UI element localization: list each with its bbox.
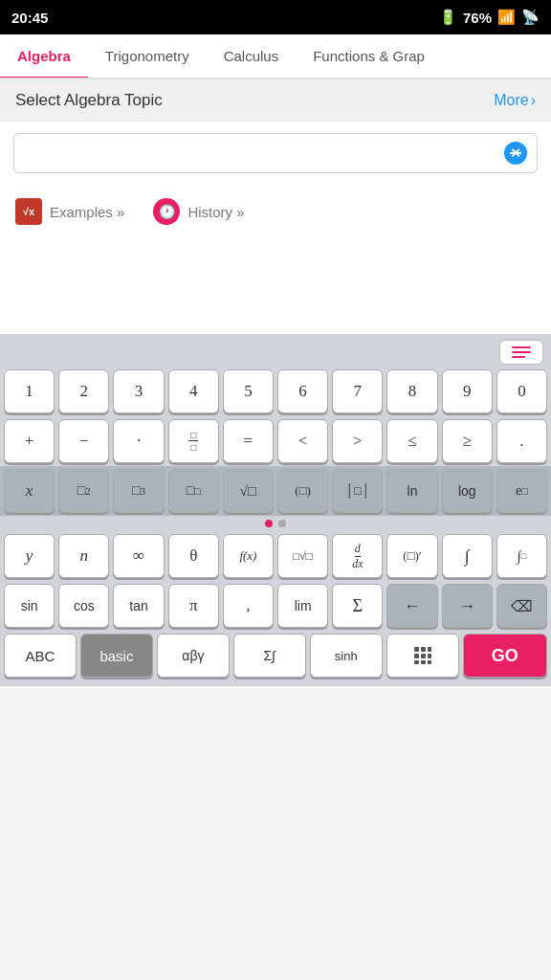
key-sin[interactable]: sin [4,584,55,628]
menu-line-2 [512,351,531,353]
mode-row: ABC basic αβγ Σ∫ sinh GO [0,631,551,680]
svg-rect-0 [414,647,419,652]
key-x[interactable]: x [4,469,55,513]
key-right[interactable]: → [442,584,493,628]
operator-row: + − · □ □ = < > ≤ ≥ . [0,416,551,466]
tab-algebra[interactable]: Algebra [0,34,88,78]
clear-button[interactable]: ✕ [504,142,527,165]
more-link[interactable]: More › [494,92,536,109]
key-sq[interactable]: □2 [58,469,109,513]
key-dot[interactable]: · [113,419,164,463]
svg-rect-3 [414,654,419,658]
var-row: y n ∞ θ f(x) □√□ d dx (□)′ ∫ ∫□ [0,531,551,581]
key-6[interactable]: 6 [277,369,328,413]
key-log[interactable]: log [442,469,493,513]
key-integral[interactable]: ∫ [442,534,493,578]
key-abs[interactable]: │□│ [332,469,383,513]
search-input[interactable] [24,144,504,163]
key-ln[interactable]: ln [386,469,437,513]
battery-icon: 🔋 [439,9,457,26]
key-2[interactable]: 2 [58,369,109,413]
key-lim[interactable]: lim [277,584,328,628]
section-header: Select Algebra Topic More › [0,79,551,122]
key-7[interactable]: 7 [332,369,383,413]
time: 20:45 [11,10,48,26]
menu-btn-row [0,334,551,367]
signal-icon: 📶 [497,9,516,26]
key-theta[interactable]: θ [168,534,219,578]
key-9[interactable]: 9 [442,369,493,413]
key-nthroot[interactable]: □√□ [277,534,328,578]
chevron-right-icon: › [531,92,536,109]
key-minus[interactable]: − [58,419,109,463]
key-leq[interactable]: ≤ [386,419,437,463]
key-sigma[interactable]: Σ [332,584,383,628]
key-parens-grid[interactable] [386,634,459,678]
battery-percent: 76% [463,10,492,26]
search-box: ✕ [13,133,538,173]
keyboard-area: 1 2 3 4 5 6 7 8 9 0 + − · □ □ = < > ≤ ≥ … [0,334,551,686]
key-power[interactable]: □□ [168,469,219,513]
key-4[interactable]: 4 [168,369,219,413]
page-dots [0,516,551,531]
key-left[interactable]: ← [386,584,437,628]
key-sqrt[interactable]: √□ [223,469,274,513]
key-1[interactable]: 1 [4,369,55,413]
key-sigma-integral[interactable]: Σ∫ [233,634,306,678]
key-func[interactable]: f(x) [223,534,274,578]
key-go[interactable]: GO [463,634,547,678]
key-3[interactable]: 3 [113,369,164,413]
history-link[interactable]: 🕐 History » [153,198,244,225]
key-abc[interactable]: ABC [4,634,77,678]
key-0[interactable]: 0 [496,369,547,413]
svg-rect-7 [421,660,426,664]
menu-line-1 [512,346,531,348]
section-title: Select Algebra Topic [15,91,163,110]
tab-trigonometry[interactable]: Trigonometry [88,34,207,78]
key-def-integral[interactable]: ∫□ [496,534,547,578]
wifi-icon: 📡 [521,9,540,26]
key-greater[interactable]: > [332,419,383,463]
key-deriv[interactable]: d dx [332,534,383,578]
svg-rect-5 [428,654,431,658]
key-pi[interactable]: π [168,584,219,628]
key-sinh[interactable]: sinh [310,634,383,678]
key-fraction[interactable]: □ □ [168,419,219,463]
key-basic[interactable]: basic [80,634,153,678]
key-comma[interactable]: , [223,584,274,628]
key-equals[interactable]: = [223,419,274,463]
svg-rect-4 [421,654,426,658]
key-paren[interactable]: (□) [277,469,328,513]
key-alpha[interactable]: αβγ [157,634,230,678]
dot-2 [278,520,286,527]
examples-link[interactable]: √x Examples » [15,198,124,225]
key-n[interactable]: n [58,534,109,578]
status-right: 🔋 76% 📶 📡 [439,9,540,26]
trig-row: sin cos tan π , lim Σ ← → ⌫ [0,581,551,631]
key-inf[interactable]: ∞ [113,534,164,578]
tab-functions[interactable]: Functions & Grap [296,34,442,78]
search-container: ✕ [0,122,551,185]
key-5[interactable]: 5 [223,369,274,413]
menu-button[interactable] [499,340,543,365]
examples-label: Examples » [50,204,124,220]
key-period[interactable]: . [496,419,547,463]
key-exp[interactable]: e□ [496,469,547,513]
status-left: 20:45 [11,10,48,26]
key-backspace[interactable]: ⌫ [496,584,547,628]
key-cube[interactable]: □3 [113,469,164,513]
tab-calculus[interactable]: Calculus [207,34,297,78]
key-less[interactable]: < [277,419,328,463]
key-cos[interactable]: cos [58,584,109,628]
content-area [0,238,551,334]
key-prime[interactable]: (□)′ [386,534,437,578]
key-y[interactable]: y [4,534,55,578]
key-8[interactable]: 8 [386,369,437,413]
svg-rect-2 [428,647,431,652]
tab-bar: Algebra Trigonometry Calculus Functions … [0,34,551,79]
key-geq[interactable]: ≥ [442,419,493,463]
number-row: 1 2 3 4 5 6 7 8 9 0 [0,367,551,416]
key-plus[interactable]: + [4,419,55,463]
key-tan[interactable]: tan [113,584,164,628]
history-label: History » [187,204,244,220]
